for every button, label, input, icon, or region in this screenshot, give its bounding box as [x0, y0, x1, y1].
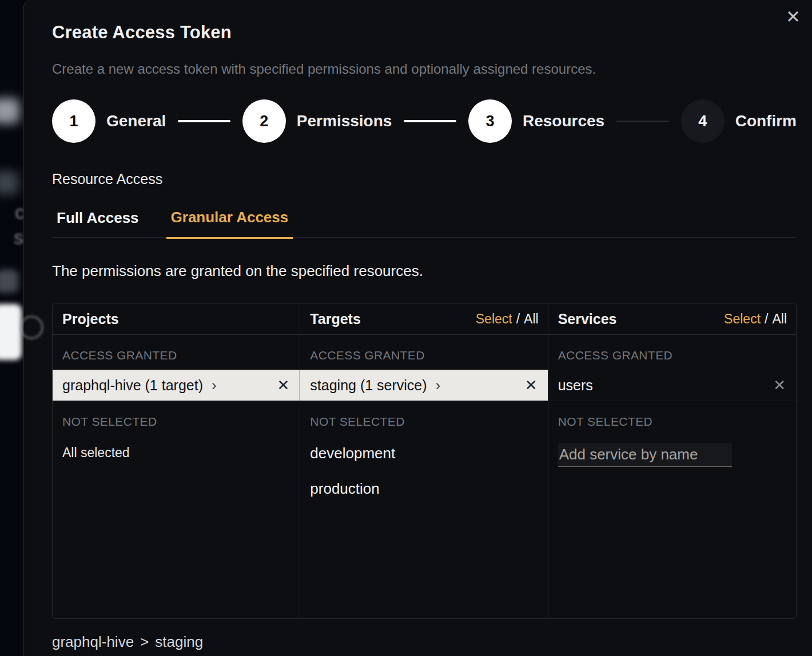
add-service-input[interactable] — [558, 443, 732, 467]
tab-granular-access[interactable]: Granular Access — [166, 209, 293, 239]
projects-all-selected-note: All selected — [53, 436, 300, 470]
services-header: Services Select/All — [548, 303, 796, 335]
targets-select-link[interactable]: Select — [476, 311, 512, 326]
not-selected-label: NOT SELECTED — [548, 401, 796, 436]
granular-description: The permissions are granted on the speci… — [52, 262, 796, 280]
services-select-all: Select/All — [724, 311, 787, 327]
chevron-right-icon[interactable]: › — [212, 378, 217, 393]
column-title: Targets — [310, 311, 360, 327]
breadcrumb-project: graphql-hive — [52, 633, 134, 650]
step-label: Resources — [523, 112, 604, 130]
backdrop-circle-glyph — [19, 315, 43, 339]
breadcrumb-separator: > — [140, 633, 149, 650]
step-connector — [616, 121, 669, 122]
services-granted-section: ACCESS GRANTED users ✕ — [548, 335, 796, 401]
step-number: 3 — [468, 99, 512, 143]
step-number: 1 — [52, 99, 95, 143]
step-label: General — [106, 112, 166, 130]
backdrop-blur-blob — [0, 98, 19, 123]
target-item-production[interactable]: production — [300, 471, 547, 507]
step-confirm[interactable]: 4 Confirm — [681, 99, 797, 143]
remove-project-icon[interactable]: ✕ — [277, 378, 290, 393]
step-connector — [178, 120, 230, 122]
tab-full-access[interactable]: Full Access — [52, 209, 144, 238]
step-label: Permissions — [297, 112, 392, 130]
column-title: Projects — [62, 311, 119, 327]
backdrop-blur-card — [0, 304, 22, 360]
step-permissions[interactable]: 2 Permissions — [242, 99, 392, 143]
step-resources[interactable]: 3 Resources — [468, 99, 604, 143]
step-number: 4 — [681, 99, 725, 143]
step-label: Confirm — [735, 112, 797, 130]
services-all-link[interactable]: All — [772, 311, 787, 326]
selected-target-label: staging (1 service) — [310, 377, 427, 394]
select-all-separator: / — [765, 311, 768, 326]
projects-granted-section: ACCESS GRANTED graphql-hive (1 target) ›… — [53, 335, 300, 401]
step-number: 2 — [242, 99, 286, 143]
create-access-token-dialog: ✕ Create Access Token Create a new acces… — [23, 0, 812, 656]
column-title: Services — [558, 311, 617, 327]
backdrop-blur-blob — [0, 171, 18, 194]
targets-all-link[interactable]: All — [524, 311, 539, 326]
services-column: Services Select/All ACCESS GRANTED users… — [548, 303, 796, 618]
targets-header: Targets Select/All — [300, 303, 547, 335]
projects-header: Projects — [53, 303, 300, 335]
select-all-separator: / — [516, 311, 520, 326]
dialog-title: Create Access Token — [52, 0, 796, 43]
resource-access-heading: Resource Access — [52, 171, 796, 187]
remove-service-icon[interactable]: ✕ — [773, 378, 786, 393]
breadcrumb: graphql-hive>staging — [52, 633, 796, 651]
backdrop-blur-blob — [0, 270, 18, 293]
close-icon[interactable]: ✕ — [786, 8, 801, 26]
not-selected-label: NOT SELECTED — [300, 401, 547, 436]
access-granted-label: ACCESS GRANTED — [548, 335, 796, 370]
targets-granted-section: ACCESS GRANTED staging (1 service) › ✕ — [300, 335, 547, 401]
services-select-link[interactable]: Select — [724, 311, 761, 326]
resource-picker-table: Projects ACCESS GRANTED graphql-hive (1 … — [52, 303, 797, 619]
targets-select-all: Select/All — [476, 311, 539, 327]
selected-project-label: graphql-hive (1 target) — [62, 377, 203, 394]
granted-service-label: users — [558, 377, 593, 394]
backdrop-text-fragment: s — [14, 226, 23, 249]
stepper: 1 General 2 Permissions 3 Resources 4 Co… — [52, 99, 797, 143]
granted-service-row: users ✕ — [548, 370, 796, 401]
step-connector — [404, 120, 456, 122]
projects-column: Projects ACCESS GRANTED graphql-hive (1 … — [53, 303, 300, 618]
remove-target-icon[interactable]: ✕ — [525, 378, 538, 393]
not-selected-label: NOT SELECTED — [53, 401, 300, 436]
breadcrumb-target: staging — [155, 633, 203, 650]
access-mode-tabs: Full Access Granular Access — [52, 208, 796, 238]
selected-project-row[interactable]: graphql-hive (1 target) › ✕ — [53, 370, 300, 401]
dialog-subtitle: Create a new access token with specified… — [52, 61, 796, 77]
targets-column: Targets Select/All ACCESS GRANTED stagin… — [300, 303, 548, 618]
chevron-right-icon[interactable]: › — [436, 378, 441, 393]
access-granted-label: ACCESS GRANTED — [53, 335, 300, 370]
selected-target-row[interactable]: staging (1 service) › ✕ — [300, 370, 547, 401]
target-item-development[interactable]: development — [300, 436, 547, 471]
access-granted-label: ACCESS GRANTED — [300, 335, 547, 370]
step-general[interactable]: 1 General — [52, 99, 166, 143]
